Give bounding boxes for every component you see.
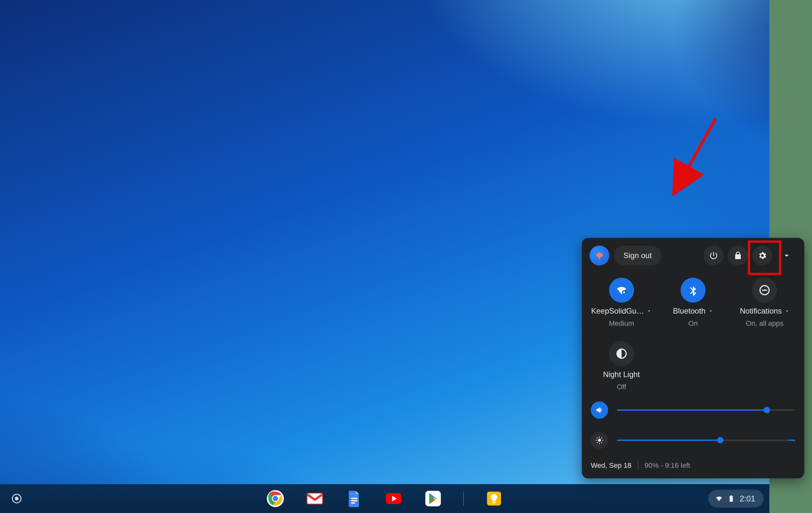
brightness-track[interactable]: [617, 439, 795, 441]
tile-wifi-sub: Medium: [609, 319, 634, 328]
svg-rect-11: [492, 502, 496, 503]
svg-rect-7: [351, 503, 355, 504]
svg-point-16: [598, 438, 601, 441]
tile-wifi-label: KeepSolidGu…: [591, 307, 644, 315]
svg-line-22: [601, 442, 602, 443]
notifications-toggle-icon: [752, 278, 777, 303]
avatar-butterfly-icon: [594, 250, 605, 261]
tile-night-light[interactable]: Night Light Off: [586, 338, 657, 398]
wifi-icon: [715, 495, 723, 503]
volume-icon[interactable]: [591, 401, 608, 419]
night-light-toggle-icon: [609, 341, 634, 366]
brightness-slider[interactable]: [591, 432, 795, 449]
app-youtube[interactable]: [384, 489, 403, 508]
quick-settings-panel: Sign out KeepSolidGu… Medium: [582, 238, 804, 478]
app-keep[interactable]: [485, 489, 503, 508]
app-chrome[interactable]: [266, 489, 285, 508]
app-gmail[interactable]: [306, 489, 324, 508]
quick-settings-sliders: [582, 399, 804, 452]
tile-night-light-sub: Off: [617, 383, 626, 391]
brightness-icon[interactable]: [591, 432, 608, 449]
gear-icon: [757, 251, 767, 260]
chevron-down-icon: [708, 309, 713, 314]
volume-track[interactable]: [617, 409, 795, 411]
chevron-down-icon: [646, 309, 652, 314]
battery-icon: [727, 495, 735, 503]
footer-battery: 90% - 9:16 left: [645, 461, 690, 470]
lock-button[interactable]: [728, 246, 748, 265]
lock-icon: [733, 251, 743, 260]
chevron-down-icon: [782, 251, 791, 260]
shelf: 2:01: [0, 484, 770, 513]
quick-settings-tiles: KeepSolidGu… Medium Bluetooth On Notific…: [582, 268, 804, 399]
status-time: 2:01: [740, 494, 755, 503]
tile-bluetooth-sub: On: [688, 319, 698, 328]
keep-icon: [485, 489, 503, 508]
tile-bluetooth-label: Bluetooth: [673, 307, 705, 315]
svg-rect-5: [351, 498, 357, 499]
tile-notifications-sub: On, all apps: [746, 319, 783, 328]
youtube-icon: [384, 489, 403, 508]
tile-notifications-label: Notifications: [740, 307, 782, 315]
svg-rect-6: [351, 500, 357, 502]
gmail-icon: [306, 489, 324, 508]
status-area[interactable]: 2:01: [708, 490, 763, 508]
launcher-button[interactable]: [10, 491, 24, 506]
tile-notifications[interactable]: Notifications On, all apps: [729, 275, 801, 335]
footer-date: Wed, Sep 18: [591, 461, 632, 470]
app-docs[interactable]: [345, 489, 364, 508]
svg-rect-14: [762, 289, 767, 290]
power-icon: [709, 251, 718, 260]
app-play-store[interactable]: [424, 489, 442, 508]
tile-night-light-label: Night Light: [603, 370, 640, 379]
chrome-icon: [266, 489, 285, 508]
sign-out-button[interactable]: Sign out: [614, 246, 661, 265]
docs-icon: [345, 489, 364, 508]
volume-slider[interactable]: [591, 401, 795, 419]
shelf-separator: [463, 491, 464, 506]
tile-wifi[interactable]: KeepSolidGu… Medium: [586, 275, 657, 335]
wifi-toggle-icon: [609, 278, 634, 303]
power-button[interactable]: [704, 246, 724, 265]
sign-out-label: Sign out: [624, 251, 652, 260]
shelf-apps: [266, 489, 503, 508]
bluetooth-toggle-icon: [680, 278, 705, 303]
play-store-icon: [424, 489, 442, 508]
settings-button[interactable]: [752, 246, 772, 265]
chevron-down-icon: [784, 309, 789, 314]
launcher-icon: [12, 494, 22, 503]
quick-settings-header: Sign out: [582, 238, 804, 268]
tile-bluetooth[interactable]: Bluetooth On: [657, 275, 729, 335]
svg-line-21: [597, 438, 598, 438]
svg-line-23: [597, 442, 598, 443]
quick-settings-footer: Wed, Sep 18 90% - 9:16 left: [582, 452, 804, 478]
svg-line-24: [601, 438, 602, 438]
user-avatar[interactable]: [589, 246, 609, 265]
footer-divider: [638, 461, 638, 470]
